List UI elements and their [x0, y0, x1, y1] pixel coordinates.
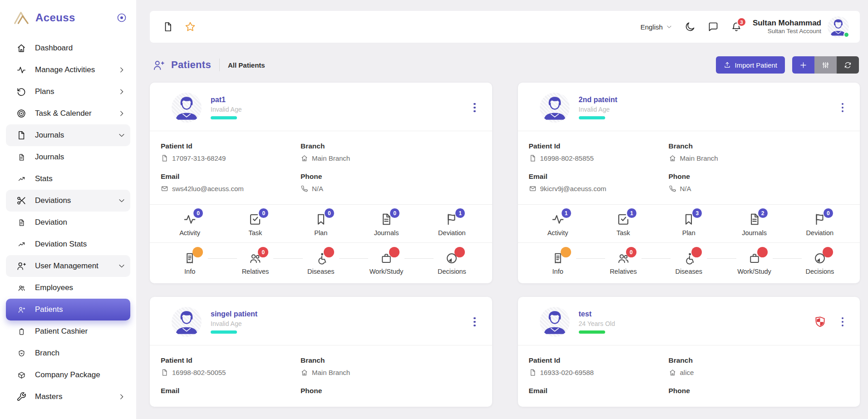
- topbar: English 3 Sultan Mohammad Sultan Test Ac…: [150, 11, 860, 43]
- patient-card: singel patient Invalid Age Patient Id 16…: [150, 297, 492, 407]
- file-text-icon: [748, 220, 761, 227]
- profile-info[interactable]: Info: [525, 252, 591, 275]
- profile-work-study[interactable]: Work/Study: [354, 252, 419, 275]
- profile-label: Relatives: [242, 268, 269, 275]
- profile-info[interactable]: Info: [157, 252, 222, 275]
- field-phone: Phone: [301, 387, 479, 395]
- profile-diseases[interactable]: Diseases: [288, 252, 354, 275]
- refresh-button[interactable]: [837, 56, 859, 74]
- title-divider: [219, 59, 220, 71]
- home-icon: [301, 154, 308, 162]
- sidebar-item-plans[interactable]: Plans: [6, 81, 130, 103]
- stat-label: Activity: [179, 229, 200, 237]
- profile-status-badge: [561, 247, 571, 257]
- patient-age: Invalid Age: [211, 106, 242, 113]
- stat-plan[interactable]: 0 Plan: [288, 212, 354, 237]
- user-avatar[interactable]: [828, 16, 849, 38]
- sidebar-item-stats[interactable]: Stats: [6, 168, 130, 190]
- import-patient-button[interactable]: Import Patient: [716, 56, 785, 74]
- sidebar-item-masters[interactable]: Masters: [6, 386, 130, 408]
- file-text-icon: [380, 220, 393, 227]
- patient-name: pat1: [211, 96, 242, 104]
- sidebar-item-user-management[interactable]: User Management: [6, 255, 130, 277]
- sidebar-item-deviations[interactable]: Deviations: [6, 190, 130, 212]
- language-selector[interactable]: English: [641, 23, 672, 31]
- sidebar-item-journals[interactable]: Journals: [6, 124, 130, 146]
- branch-value: Main Branch: [312, 154, 350, 162]
- document-icon[interactable]: [163, 21, 173, 32]
- sidebar-toggle-icon[interactable]: [116, 12, 127, 23]
- stat-label: Journals: [742, 229, 767, 237]
- page-title: Patients: [171, 59, 211, 71]
- filter-button[interactable]: [814, 56, 837, 74]
- sidebar-item-dashboard[interactable]: Dashboard: [6, 37, 130, 59]
- stat-count-badge: 0: [390, 208, 399, 218]
- sidebar-item-manage-activities[interactable]: Manage Activities: [6, 59, 130, 81]
- profile-status-badge: 0: [626, 247, 636, 257]
- profile-diseases[interactable]: Diseases: [656, 252, 721, 275]
- stat-task[interactable]: 1 Task: [591, 212, 656, 237]
- phone-icon: [301, 185, 308, 192]
- topbar-right: English 3 Sultan Mohammad Sultan Test Ac…: [641, 16, 849, 38]
- brand-name: Aceuss: [35, 11, 116, 24]
- card-menu-button[interactable]: [471, 315, 478, 329]
- profile-relatives[interactable]: 0 Relatives: [222, 252, 288, 275]
- aceuss-logo-icon: [13, 9, 30, 26]
- card-menu-button[interactable]: [839, 315, 847, 329]
- profile-decisions[interactable]: Decisions: [787, 252, 853, 275]
- document-icon: [161, 369, 168, 376]
- sidebar-item-branch[interactable]: Branch: [6, 342, 130, 364]
- card-menu-button[interactable]: [839, 101, 847, 114]
- stat-activity[interactable]: 0 Activity: [157, 212, 222, 237]
- profile-decisions[interactable]: Decisions: [419, 252, 484, 275]
- notifications-bell-icon[interactable]: 3: [731, 21, 742, 32]
- profile-label: Decisions: [805, 268, 834, 275]
- favorite-star-icon[interactable]: [184, 21, 196, 33]
- online-status-dot: [843, 32, 849, 38]
- sidebar-item-patients[interactable]: Patients: [6, 299, 130, 320]
- stat-journals[interactable]: 0 Journals: [354, 212, 419, 237]
- page-subtitle: All Patients: [228, 61, 265, 69]
- chat-icon[interactable]: [708, 21, 719, 32]
- sidebar-item-employees[interactable]: Employees: [6, 277, 130, 299]
- import-patient-label: Import Patient: [735, 61, 777, 69]
- sidebar-item-journals[interactable]: Journals: [6, 146, 130, 168]
- avatar-person-icon: [540, 307, 570, 337]
- stat-plan[interactable]: 3 Plan: [656, 212, 721, 237]
- phone-icon: [669, 185, 676, 192]
- sidebar-menu: Dashboard Manage Activities Plans Task &…: [0, 35, 136, 408]
- sidebar-item-deviation-stats[interactable]: Deviation Stats: [6, 233, 130, 255]
- stats-row: 1 Activity 1 Task 3 Plan: [518, 205, 860, 242]
- wrench-icon: [16, 391, 27, 402]
- document-icon: [529, 369, 537, 376]
- sidebar-item-task-calender[interactable]: Task & Calender: [6, 103, 130, 124]
- card-menu-button[interactable]: [471, 101, 478, 114]
- flag-icon: [813, 220, 827, 227]
- profile-label: Work/Study: [370, 268, 404, 275]
- check-square-icon: [248, 220, 262, 227]
- profile-work-study[interactable]: Work/Study: [721, 252, 787, 275]
- pie-icon: [445, 258, 458, 266]
- patient_id-value: 16998-802-50055: [172, 369, 226, 376]
- field-patient_id: Patient Id 16998-802-85855: [529, 142, 669, 162]
- field-email: Email: [161, 387, 301, 395]
- user-plus-icon: [16, 304, 27, 315]
- stat-task[interactable]: 0 Task: [222, 212, 288, 237]
- stat-deviation[interactable]: 0 Deviation: [787, 212, 853, 237]
- sidebar-item-patient-cashier[interactable]: Patient Cashier: [6, 320, 130, 342]
- age-indicator-bar: [579, 116, 605, 119]
- stat-journals[interactable]: 2 Journals: [721, 212, 787, 237]
- stat-deviation[interactable]: 1 Deviation: [419, 212, 484, 237]
- dark-mode-moon-icon[interactable]: [685, 21, 695, 32]
- sidebar: Aceuss Dashboard Manage Activities Plans…: [0, 0, 136, 419]
- document-icon: [161, 154, 168, 162]
- patient-avatar: [540, 93, 570, 123]
- profile-relatives[interactable]: 0 Relatives: [591, 252, 656, 275]
- add-patient-button[interactable]: [792, 56, 814, 74]
- sidebar-item-deviation[interactable]: Deviation: [6, 212, 130, 233]
- bookmark-icon: [682, 220, 695, 227]
- field-email: Email sws42luo@aceuss.com: [161, 173, 301, 192]
- sidebar-item-company-package[interactable]: Company Package: [6, 364, 130, 386]
- profile-label: Diseases: [675, 268, 702, 275]
- stat-activity[interactable]: 1 Activity: [525, 212, 591, 237]
